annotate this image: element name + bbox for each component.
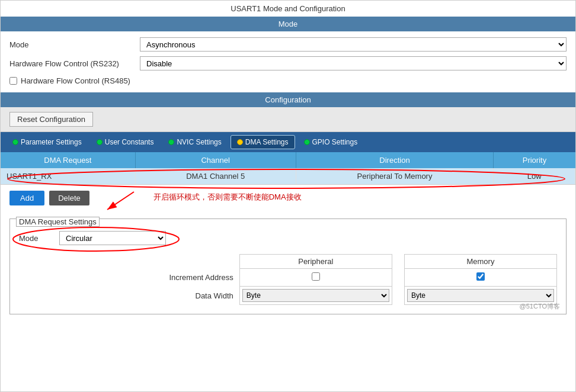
channel-header: Channel (135, 152, 296, 168)
data-width-memory-select[interactable]: Byte Half Word Word (407, 289, 554, 302)
dma-request-header: DMA Request (1, 152, 135, 168)
config-section-header: Configuration (1, 92, 575, 107)
mode-row: Mode Asynchronous (9, 37, 567, 52)
increment-memory-checkbox[interactable] (476, 272, 485, 281)
reset-config-button[interactable]: Reset Configuration (9, 112, 93, 127)
table-row[interactable]: USART1_RX DMA1 Channel 5 Peripheral To M… (1, 168, 575, 184)
peripheral-memory-table: Peripheral Memory Increment Address (19, 254, 557, 305)
hw-flow-rs485-row: Hardware Flow Control (RS485) (9, 75, 567, 86)
reset-bar: Reset Configuration (1, 107, 575, 132)
increment-peripheral-checkbox[interactable] (312, 272, 320, 281)
peripheral-header: Peripheral (239, 255, 392, 269)
tab-gpio-settings[interactable]: GPIO Settings (298, 136, 364, 149)
annotation-arrow (101, 189, 137, 213)
tab-user-constants[interactable]: User Constants (91, 136, 160, 149)
dma-request-settings-label: DMA Request Settings (16, 217, 100, 227)
watermark: @51CTO博客 (520, 302, 560, 311)
data-width-peripheral-cell: Byte Half Word Word (239, 287, 392, 305)
mode-select[interactable]: Asynchronous (140, 37, 567, 52)
dma-table-container: DMA Request Channel Direction Priority U… (1, 152, 575, 185)
tab-dot-dma (237, 139, 243, 145)
svg-line-2 (107, 192, 134, 210)
priority-header: Priority (494, 152, 575, 168)
data-width-peripheral-select[interactable]: Byte Half Word Word (242, 289, 389, 302)
direction-header: Direction (296, 152, 494, 168)
mode-field-select[interactable]: Circular Normal (59, 231, 166, 245)
tab-dot-gpio (304, 139, 310, 145)
increment-address-row: Increment Address (19, 269, 557, 287)
data-width-label: Data Width (19, 287, 239, 305)
tab-dot-user (97, 139, 103, 145)
dma-table-header-row: DMA Request Channel Direction Priority (1, 152, 575, 168)
tab-gpio-label: GPIO Settings (312, 138, 358, 146)
tab-parameter-settings[interactable]: Parameter Settings (7, 136, 88, 149)
hw-flow-rs485-label: Hardware Flow Control (RS485) (21, 76, 130, 85)
increment-peripheral-checkbox-cell (239, 269, 392, 287)
direction-cell: Peripheral To Memory (296, 168, 494, 184)
priority-cell: Low (494, 168, 575, 184)
hw-flow-rs232-row: Hardware Flow Control (RS232) Disable (9, 56, 567, 70)
tab-user-label: User Constants (105, 138, 154, 146)
delete-button[interactable]: Delete (49, 191, 89, 205)
mode-section-header: Mode (1, 17, 575, 31)
add-delete-row: Add Delete (9, 191, 89, 205)
tab-nvic-label: NVIC Settings (177, 138, 221, 146)
mode-label: Mode (9, 40, 140, 49)
memory-header: Memory (404, 255, 556, 269)
mode-settings-row: Mode Circular Normal (19, 231, 166, 245)
tab-dot-nvic (168, 139, 174, 145)
tab-nvic-settings[interactable]: NVIC Settings (162, 136, 227, 149)
tab-dot-parameter (12, 139, 18, 145)
hw-flow-rs485-checkbox[interactable] (9, 77, 17, 85)
tab-dma-label: DMA Settings (245, 138, 289, 146)
mode-field-label: Mode (19, 234, 55, 243)
dma-request-cell: USART1_RX (1, 168, 135, 184)
tab-dma-settings[interactable]: DMA Settings (231, 135, 295, 149)
increment-address-label: Increment Address (19, 269, 239, 287)
hw-flow-rs232-label: Hardware Flow Control (RS232) (9, 59, 140, 68)
increment-memory-checkbox-cell (404, 269, 556, 287)
channel-cell: DMA1 Channel 5 (135, 168, 296, 184)
hw-flow-rs232-select[interactable]: Disable (140, 56, 567, 70)
tab-parameter-label: Parameter Settings (21, 138, 82, 146)
page-title: USART1 Mode and Configuration (1, 1, 575, 17)
dma-table: DMA Request Channel Direction Priority U… (1, 152, 575, 184)
tabs-bar: Parameter Settings User Constants NVIC S… (1, 132, 575, 152)
bottom-area: Add Delete 开启循环模式，否则需要不断使能DMA接收 DMA Requ… (1, 185, 575, 320)
dma-request-settings: DMA Request Settings Mode Circular Norma… (9, 219, 567, 314)
mode-section: Mode Asynchronous Hardware Flow Control … (1, 31, 575, 92)
add-button[interactable]: Add (9, 191, 44, 205)
data-width-row: Data Width Byte Half Word Word Byte (19, 287, 557, 305)
annotation-text: 开启循环模式，否则需要不断使能DMA接收 (153, 192, 302, 203)
